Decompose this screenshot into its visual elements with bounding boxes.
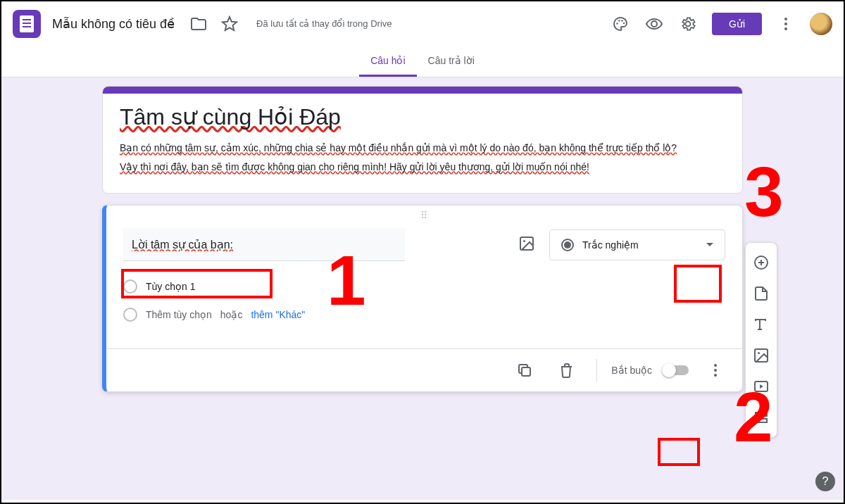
add-video-icon[interactable] <box>747 371 775 402</box>
add-other-link[interactable]: thêm "Khác" <box>251 309 305 320</box>
form-description[interactable]: Bạn có những tâm sự, cảm xúc, những chia… <box>120 139 725 176</box>
form-title[interactable]: Tâm sự cùng Hỏi Đáp <box>120 103 725 130</box>
add-section-icon[interactable] <box>747 402 775 433</box>
more-icon[interactable] <box>772 10 800 38</box>
tab-questions[interactable]: Câu hỏi <box>359 46 416 77</box>
duplicate-icon[interactable] <box>511 356 539 384</box>
svg-rect-17 <box>756 412 767 416</box>
svg-point-1 <box>618 20 620 21</box>
add-option-text[interactable]: Thêm tùy chọn <box>146 309 212 320</box>
question-card[interactable]: ⠿ Trắc nghiệm Tùy chọn 1 Thêm tùy chọn h… <box>102 205 743 392</box>
drag-handle-icon[interactable]: ⠿ <box>106 206 742 222</box>
document-title[interactable]: Mẫu không có tiêu đề <box>52 16 175 32</box>
svg-point-11 <box>714 369 717 372</box>
help-icon[interactable]: ? <box>815 472 835 491</box>
chevron-down-icon <box>706 243 713 246</box>
or-text: hoặc <box>220 309 243 320</box>
svg-point-4 <box>784 18 787 20</box>
option-label[interactable]: Tùy chọn 1 <box>146 281 195 292</box>
folder-icon[interactable] <box>184 10 213 38</box>
svg-point-12 <box>714 374 717 377</box>
app-header: Mẫu không có tiêu đề Đã lưu tất cả thay … <box>1 1 844 46</box>
save-status: Đã lưu tất cả thay đổi trong Drive <box>256 18 392 30</box>
add-title-icon[interactable] <box>747 309 775 340</box>
question-more-icon[interactable] <box>701 356 730 384</box>
svg-rect-18 <box>756 419 767 422</box>
svg-point-0 <box>616 23 618 24</box>
side-toolbar <box>745 242 777 438</box>
question-type-select[interactable]: Trắc nghiệm <box>549 229 725 260</box>
settings-icon[interactable] <box>674 10 702 38</box>
add-image-icon[interactable] <box>513 229 541 260</box>
annotation-box-2 <box>658 438 700 466</box>
radio-icon <box>561 239 574 251</box>
star-icon[interactable] <box>215 10 244 38</box>
required-toggle[interactable] <box>663 365 689 375</box>
svg-point-3 <box>623 23 625 24</box>
palette-icon[interactable] <box>606 10 634 38</box>
send-button[interactable]: Gửi <box>712 13 762 35</box>
forms-logo[interactable] <box>13 10 41 38</box>
svg-point-5 <box>784 23 787 25</box>
add-option-row[interactable]: Thêm tùy chọn hoặc thêm "Khác" <box>123 301 725 329</box>
divider <box>596 359 597 382</box>
option-radio-icon <box>123 308 137 322</box>
delete-icon[interactable] <box>553 356 581 384</box>
form-tabs: Câu hỏi Câu trả lời <box>1 46 844 77</box>
svg-point-2 <box>621 20 622 21</box>
option-radio-icon <box>123 279 137 294</box>
required-label: Bắt buộc <box>611 365 652 376</box>
form-header-card[interactable]: Tâm sự cùng Hỏi Đáp Bạn có những tâm sự,… <box>102 86 743 194</box>
svg-point-15 <box>758 352 760 354</box>
option-row[interactable]: Tùy chọn 1 <box>123 272 725 301</box>
add-question-icon[interactable] <box>747 247 775 278</box>
preview-icon[interactable] <box>640 10 668 38</box>
svg-point-10 <box>714 364 717 367</box>
import-questions-icon[interactable] <box>747 278 775 309</box>
svg-point-8 <box>523 240 525 242</box>
question-type-label: Trắc nghiệm <box>582 239 639 251</box>
form-canvas: Tâm sự cùng Hỏi Đáp Bạn có những tâm sự,… <box>1 77 844 500</box>
svg-point-6 <box>784 27 787 30</box>
annotation-number-3: 3 <box>744 156 784 227</box>
tab-responses[interactable]: Câu trả lời <box>417 46 486 77</box>
account-avatar[interactable] <box>810 13 832 35</box>
svg-rect-9 <box>522 367 530 376</box>
question-title-input[interactable] <box>123 228 405 261</box>
add-image-icon[interactable] <box>747 340 775 371</box>
